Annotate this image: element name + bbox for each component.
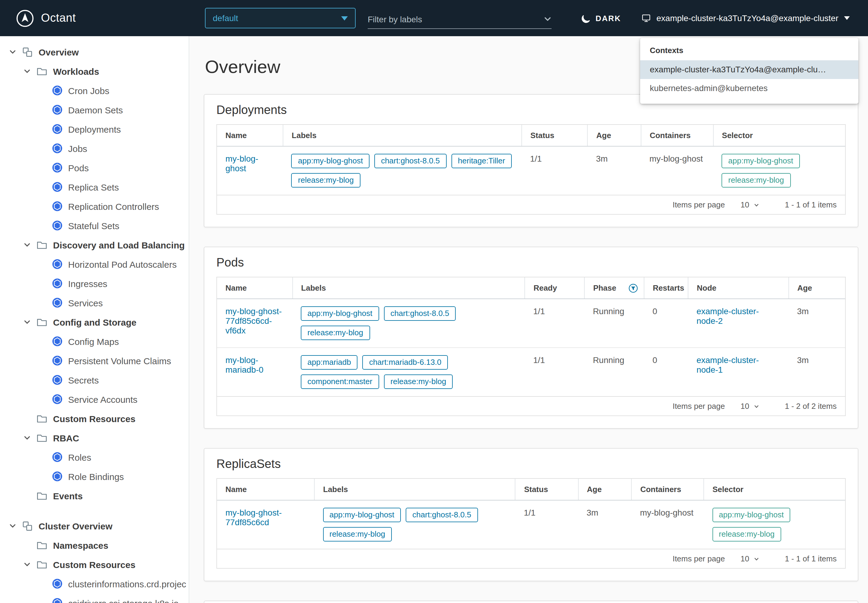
sidebar-item-replica-sets[interactable]: Replica Sets bbox=[0, 177, 188, 196]
context-option[interactable]: example-cluster-ka3TuTzYo4a@example-clu… bbox=[640, 60, 858, 79]
table-cell: my-blog-ghost bbox=[632, 500, 704, 549]
sidebar-item-daemon-sets[interactable]: Daemon Sets bbox=[0, 100, 188, 119]
service-accounts-icon bbox=[52, 394, 63, 405]
sidebar-item-cluster-overview[interactable]: Cluster Overview bbox=[0, 516, 188, 535]
overview-icon bbox=[22, 46, 33, 57]
sidebar-item-deployments[interactable]: Deployments bbox=[0, 119, 188, 139]
sidebar-item-label: Stateful Sets bbox=[68, 220, 119, 230]
sidebar-item-secrets[interactable]: Secrets bbox=[0, 370, 188, 390]
sidebar-item-replication-controllers[interactable]: Replication Controllers bbox=[0, 196, 188, 216]
sidebar-item-role-bindings[interactable]: Role Bindings bbox=[0, 467, 188, 486]
chevron-down-icon[interactable] bbox=[7, 48, 18, 56]
stateful-sets-icon bbox=[52, 220, 63, 231]
items-per-page-select[interactable]: 10 bbox=[740, 200, 760, 209]
sidebar-item-clusterinformations-crd-projec[interactable]: clusterinformations.crd.projec bbox=[0, 574, 188, 593]
column-label: Node bbox=[697, 283, 717, 292]
octant-logo[interactable]: Octant bbox=[15, 0, 76, 36]
label-filter-input[interactable] bbox=[368, 14, 540, 24]
column-label: Name bbox=[225, 485, 247, 494]
sidebar-item-config-maps[interactable]: Config Maps bbox=[0, 332, 188, 351]
pagination-range: 1 - 2 of 2 items bbox=[785, 402, 837, 411]
pagination: Items per page101 - 1 of 1 items bbox=[217, 195, 845, 214]
column-label: Ready bbox=[533, 283, 557, 292]
sidebar-item-namespaces[interactable]: Namespaces bbox=[0, 535, 188, 555]
chevron-down-icon[interactable] bbox=[22, 561, 32, 568]
namespace-select[interactable]: default bbox=[205, 8, 356, 28]
sidebar-item-stateful-sets[interactable]: Stateful Sets bbox=[0, 216, 188, 235]
sidebar-item-label: Replication Controllers bbox=[68, 201, 159, 211]
cell-link[interactable]: my-blog-ghost-77df85c6cd-vf6dx bbox=[225, 306, 282, 335]
cell-text: 1/1 bbox=[524, 508, 536, 517]
selector-tag-group: app:my-blog-ghostrelease:my-blog bbox=[712, 508, 837, 541]
chevron-down-icon[interactable] bbox=[544, 15, 551, 23]
chevron-down-icon[interactable] bbox=[22, 319, 32, 326]
sidebar-item-ingresses[interactable]: Ingresses bbox=[0, 274, 188, 293]
column-header-age: Age bbox=[578, 479, 632, 500]
column-label: Containers bbox=[640, 485, 681, 494]
sidebar-item-custom-resources[interactable]: Custom Resources bbox=[0, 409, 188, 428]
table-cell: 3m bbox=[588, 146, 641, 195]
sidebar-item-jobs[interactable]: Jobs bbox=[0, 139, 188, 158]
sidebar-item-events[interactable]: Events bbox=[0, 486, 188, 505]
label-tag-group: app:my-blog-ghostchart:ghost-8.0.5releas… bbox=[301, 306, 516, 340]
column-header-labels: Labels bbox=[314, 479, 515, 500]
sidebar-item-workloads[interactable]: Workloads bbox=[0, 62, 188, 81]
sidebar-item-overview[interactable]: Overview bbox=[0, 42, 188, 62]
table-cell: 1/1 bbox=[515, 500, 578, 549]
chevron-down-icon[interactable] bbox=[22, 434, 32, 441]
items-per-page-select[interactable]: 10 bbox=[740, 402, 760, 411]
items-per-page-select[interactable]: 10 bbox=[740, 554, 760, 563]
context-dropdown-title: Contexts bbox=[640, 38, 858, 60]
context-option-list: example-cluster-ka3TuTzYo4a@example-clu…… bbox=[640, 60, 858, 98]
filter-icon[interactable] bbox=[629, 283, 638, 292]
app-name: Octant bbox=[41, 11, 76, 25]
replica-sets-icon bbox=[52, 181, 63, 192]
context-selector[interactable]: example-cluster-ka3TuTzYo4a@example-clus… bbox=[641, 0, 850, 36]
cell-link[interactable]: my-blog-ghost bbox=[225, 154, 258, 173]
context-option[interactable]: kubernetes-admin@kubernetes bbox=[640, 79, 858, 98]
items-per-page-label: Items per page bbox=[673, 554, 725, 563]
folder-icon bbox=[36, 413, 48, 424]
cell-text: 0 bbox=[652, 355, 657, 365]
sidebar-item-label: Services bbox=[68, 298, 103, 308]
cell-link[interactable]: example-cluster-node-2 bbox=[697, 306, 759, 326]
sidebar-item-csidrivers-csi-storage-k8s-io[interactable]: csidrivers.csi.storage.k8s.io bbox=[0, 593, 188, 603]
sidebar-item-cron-jobs[interactable]: Cron Jobs bbox=[0, 81, 188, 100]
sidebar-item-label: Persistent Volume Claims bbox=[68, 356, 171, 366]
table-row: my-blog-ghost-77df85c6cd-vf6dxapp:my-blo… bbox=[217, 299, 845, 348]
theme-toggle[interactable]: DARK bbox=[581, 0, 621, 36]
table-cell: example-cluster-node-1 bbox=[688, 348, 788, 396]
chevron-down-icon[interactable] bbox=[7, 522, 18, 529]
table-cell: 3m bbox=[578, 500, 632, 549]
chevron-down-icon[interactable] bbox=[22, 241, 32, 249]
sidebar-item-horizontal-pod-autoscalers[interactable]: Horizontal Pod Autoscalers bbox=[0, 255, 188, 274]
sidebar-item-config-and-storage[interactable]: Config and Storage bbox=[0, 312, 188, 332]
cell-link[interactable]: example-cluster-node-1 bbox=[697, 355, 759, 374]
sidebar-item-roles[interactable]: Roles bbox=[0, 447, 188, 467]
sidebar-item-label: Discovery and Load Balancing bbox=[53, 240, 185, 250]
column-header-status: Status bbox=[522, 125, 588, 146]
sidebar: OverviewWorkloadsCron JobsDaemon SetsDep… bbox=[0, 36, 189, 603]
sidebar-item-pods[interactable]: Pods bbox=[0, 158, 188, 177]
sidebar-item-persistent-volume-claims[interactable]: Persistent Volume Claims bbox=[0, 351, 188, 370]
table-cell: example-cluster-node-2 bbox=[688, 299, 788, 348]
column-label: Selector bbox=[722, 131, 753, 140]
chevron-down-icon[interactable] bbox=[22, 68, 32, 75]
cell-link[interactable]: my-blog-mariadb-0 bbox=[225, 355, 263, 374]
sidebar-item-discovery-and-load-balancing[interactable]: Discovery and Load Balancing bbox=[0, 235, 188, 255]
sidebar-item-label: clusterinformations.crd.projec bbox=[68, 578, 186, 589]
sidebar-item-rbac[interactable]: RBAC bbox=[0, 428, 188, 447]
sidebar-item-service-accounts[interactable]: Service Accounts bbox=[0, 390, 188, 409]
cron-jobs-icon bbox=[52, 85, 63, 96]
sidebar-item-label: Overview bbox=[39, 47, 79, 57]
cell-link[interactable]: my-blog-ghost-77df85c6cd bbox=[225, 508, 282, 527]
chevron-down-icon bbox=[754, 403, 760, 409]
sidebar-item-custom-resources[interactable]: Custom Resources bbox=[0, 555, 188, 574]
column-label: Status bbox=[530, 131, 554, 140]
sidebar-item-services[interactable]: Services bbox=[0, 293, 188, 312]
app-window: Octant default DARK example-cluster-ka3 bbox=[0, 0, 868, 603]
sidebar-item-label: Horizontal Pod Autoscalers bbox=[68, 259, 177, 269]
label-tag: component:master bbox=[301, 374, 379, 389]
chevron-down-icon bbox=[341, 16, 348, 20]
table-cell: app:my-blog-ghostchart:ghost-8.0.5releas… bbox=[314, 500, 515, 549]
